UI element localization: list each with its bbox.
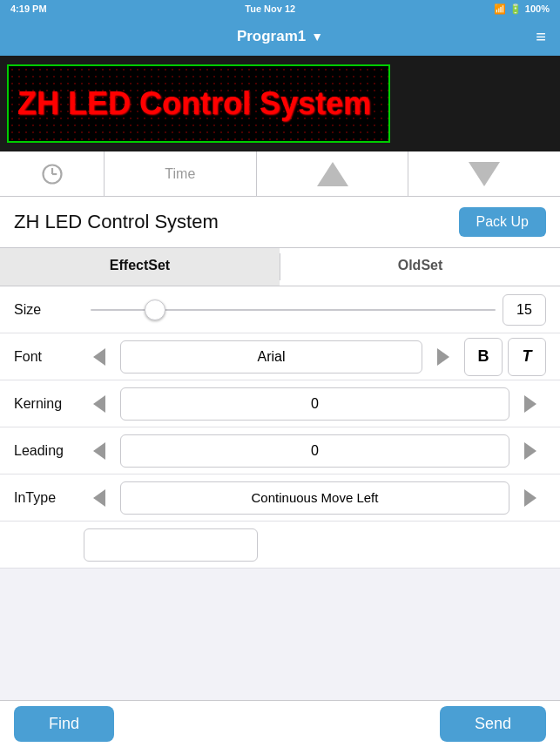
size-label: Size — [14, 302, 84, 318]
leading-row: Leading 0 — [0, 427, 560, 474]
battery-icon: 🔋 — [509, 3, 522, 15]
find-button[interactable]: Find — [14, 706, 114, 742]
move-up-button[interactable] — [257, 151, 409, 196]
preview-area: ZH LED Control System — [0, 56, 560, 151]
arrow-up-icon — [317, 162, 348, 186]
leading-value: 0 — [120, 434, 509, 468]
menu-button[interactable]: ≡ — [536, 27, 546, 47]
settings-section: Size 15 Font Arial B T Kerning 0 — [0, 286, 560, 522]
font-row: Font Arial B T — [0, 333, 560, 380]
preview-box: ZH LED Control System — [7, 64, 390, 143]
size-value: 15 — [503, 294, 546, 326]
leading-control: 0 — [84, 434, 546, 468]
arrow-down-icon — [469, 162, 500, 186]
preview-text: ZH LED Control System — [9, 85, 371, 122]
kerning-chevron-right-icon — [524, 395, 536, 413]
wifi-icon: 📶 — [494, 3, 506, 15]
pack-up-button[interactable]: Pack Up — [459, 207, 546, 237]
italic-button[interactable]: T — [508, 338, 546, 376]
partial-row — [0, 522, 560, 569]
bottom-bar: Find Send — [0, 700, 560, 747]
font-controls: Arial B T — [84, 338, 546, 376]
display-text: ZH LED Control System — [14, 211, 219, 233]
kerning-value: 0 — [120, 387, 509, 421]
text-display-row: ZH LED Control System Pack Up — [0, 197, 560, 248]
toolbar-row: Time — [0, 151, 560, 197]
nav-title[interactable]: Program1 ▼ — [237, 28, 323, 45]
status-bar: 4:19 PM Tue Nov 12 📶 🔋 100% — [0, 0, 560, 17]
leading-label: Leading — [14, 443, 84, 459]
status-time: 4:19 PM — [10, 3, 47, 14]
leading-prev-button[interactable] — [84, 435, 115, 467]
status-right: 📶 🔋 100% — [494, 3, 550, 15]
kerning-chevron-left-icon — [93, 395, 105, 413]
program-name: Program1 — [237, 28, 306, 45]
clock-icon — [40, 162, 64, 186]
leading-next-button[interactable] — [515, 435, 546, 467]
move-down-button[interactable] — [408, 151, 560, 196]
font-name-display: Arial — [120, 340, 422, 374]
leading-chevron-right-icon — [524, 442, 536, 460]
clock-button[interactable] — [0, 151, 105, 196]
intype-chevron-left-icon — [93, 489, 105, 507]
intype-control: Continuous Move Left — [84, 481, 546, 515]
bold-button[interactable]: B — [464, 338, 503, 376]
tab-oldset[interactable]: OldSet — [280, 248, 560, 286]
font-next-button[interactable] — [428, 341, 459, 373]
kerning-prev-button[interactable] — [84, 388, 115, 420]
tab-bar: EffectSet OldSet — [0, 248, 560, 286]
status-day: Tue Nov 12 — [245, 3, 295, 14]
kerning-next-button[interactable] — [515, 388, 546, 420]
time-button[interactable]: Time — [105, 151, 257, 196]
size-slider-container — [84, 309, 503, 311]
font-prev-button[interactable] — [84, 341, 115, 373]
send-button[interactable]: Send — [440, 706, 546, 742]
nav-bar: Program1 ▼ ≡ — [0, 17, 560, 56]
kerning-control: 0 — [84, 387, 546, 421]
battery-percent: 100% — [525, 3, 550, 14]
intype-row: InType Continuous Move Left — [0, 474, 560, 522]
intype-value: Continuous Move Left — [120, 481, 509, 515]
kerning-label: Kerning — [14, 396, 84, 412]
size-slider[interactable] — [91, 309, 496, 311]
kerning-row: Kerning 0 — [0, 380, 560, 427]
intype-next-button[interactable] — [515, 482, 546, 514]
tab-effectset[interactable]: EffectSet — [0, 248, 280, 286]
chevron-left-icon — [93, 348, 105, 366]
time-label: Time — [165, 166, 195, 182]
intype-prev-button[interactable] — [84, 482, 115, 514]
dropdown-icon: ▼ — [311, 30, 323, 44]
intype-label: InType — [14, 490, 84, 506]
font-label: Font — [14, 349, 84, 365]
size-row: Size 15 — [0, 286, 560, 333]
leading-chevron-left-icon — [93, 442, 105, 460]
chevron-right-icon — [437, 348, 449, 366]
intype-chevron-right-icon — [524, 489, 536, 507]
partial-input[interactable] — [84, 528, 258, 562]
